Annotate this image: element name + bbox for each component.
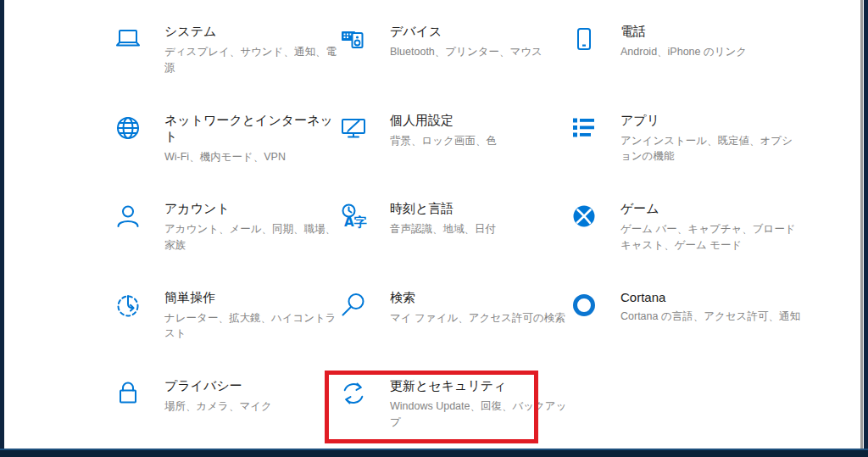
settings-tile-gaming[interactable]: ゲーム ゲーム バー、キャプチャ、ブロードキャスト、ゲーム モード	[570, 199, 800, 288]
tile-title: Cortana	[620, 290, 800, 304]
globe-icon	[114, 114, 142, 142]
tile-subtitle: 場所、カメラ、マイク	[164, 398, 339, 415]
settings-tile-ease-of-access[interactable]: 簡単操作 ナレーター、拡大鏡、ハイコントラスト	[114, 288, 339, 377]
tile-subtitle: Bluetooth、プリンター、マウス	[390, 44, 570, 60]
tile-title: システム	[164, 24, 339, 40]
laptop-icon	[114, 25, 142, 53]
tile-subtitle: 背景、ロック画面、色	[390, 133, 570, 149]
lock-icon	[114, 379, 142, 408]
tile-title: 個人用設定	[390, 113, 570, 129]
tile-title: デバイス	[390, 24, 570, 40]
settings-tile-accounts[interactable]: アカウント アカウント、メール、同期、職場、家族	[114, 199, 339, 288]
tile-subtitle: ディスプレイ、サウンド、通知、電源	[164, 44, 339, 76]
devices-icon	[339, 25, 368, 53]
settings-tile-personalization[interactable]: 個人用設定 背景、ロック画面、色	[339, 111, 570, 200]
xbox-icon	[570, 202, 598, 231]
personalization-icon	[339, 114, 368, 142]
settings-tile-system[interactable]: システム ディスプレイ、サウンド、通知、電源	[114, 22, 339, 111]
ease-of-access-icon	[114, 291, 142, 320]
tile-title: 時刻と言語	[390, 201, 570, 217]
window-border-left	[0, 0, 4, 457]
tile-subtitle: アンインストール、既定値、オプションの機能	[620, 133, 800, 165]
window-border-right	[864, 0, 868, 457]
settings-tile-network[interactable]: ネットワークとインターネット Wi-Fi、機内モード、VPN	[114, 111, 339, 200]
svg-text:A字: A字	[344, 215, 367, 230]
phone-icon	[570, 25, 598, 53]
settings-tile-privacy[interactable]: プライバシー 場所、カメラ、マイク	[114, 376, 339, 457]
tile-title: ゲーム	[620, 201, 800, 217]
tile-subtitle: マイ ファイル、アクセス許可の検索	[390, 310, 570, 326]
tile-subtitle: Windows Update、回復、バックアップ	[390, 398, 570, 431]
settings-tile-time-language[interactable]: A字 時刻と言語 音声認識、地域、日付	[339, 199, 570, 288]
person-icon	[114, 202, 142, 231]
apps-list-icon	[570, 114, 598, 142]
tile-subtitle: ナレーター、拡大鏡、ハイコントラスト	[164, 310, 339, 343]
tile-title: 検索	[390, 290, 570, 306]
settings-tile-cortana[interactable]: Cortana Cortana の言語、アクセス許可、通知	[570, 288, 800, 377]
tile-subtitle: Android、iPhone のリンク	[620, 44, 800, 60]
tile-subtitle: ゲーム バー、キャプチャ、ブロードキャスト、ゲーム モード	[620, 221, 800, 254]
tile-title: 簡単操作	[164, 290, 339, 306]
tile-subtitle: Wi-Fi、機内モード、VPN	[164, 149, 339, 165]
scrollbar[interactable]	[860, 0, 863, 457]
settings-tile-update-security[interactable]: 更新とセキュリティ Windows Update、回復、バックアップ	[339, 376, 570, 457]
tile-title: ネットワークとインターネット	[164, 113, 339, 145]
tile-subtitle: 音声認識、地域、日付	[390, 221, 570, 237]
settings-tile-apps[interactable]: アプリ アンインストール、既定値、オプションの機能	[570, 111, 800, 200]
settings-tile-search[interactable]: 検索 マイ ファイル、アクセス許可の検索	[339, 288, 570, 377]
tile-title: アカウント	[164, 201, 339, 217]
tile-title: アプリ	[620, 113, 800, 129]
tile-subtitle: アカウント、メール、同期、職場、家族	[164, 221, 339, 254]
cortana-icon	[570, 291, 598, 320]
tile-title: 電話	[620, 24, 800, 40]
search-icon	[339, 291, 368, 320]
settings-tile-devices[interactable]: デバイス Bluetooth、プリンター、マウス	[339, 22, 570, 111]
refresh-icon	[339, 379, 368, 408]
tile-title: プライバシー	[164, 378, 339, 394]
tile-subtitle: Cortana の言語、アクセス許可、通知	[620, 309, 800, 325]
clock-language-icon: A字	[339, 202, 368, 231]
settings-category-grid: システム ディスプレイ、サウンド、通知、電源 デバイス Bluetooth、プリ…	[114, 22, 800, 457]
settings-tile-phone[interactable]: 電話 Android、iPhone のリンク	[570, 22, 800, 111]
tile-title: 更新とセキュリティ	[390, 378, 570, 394]
